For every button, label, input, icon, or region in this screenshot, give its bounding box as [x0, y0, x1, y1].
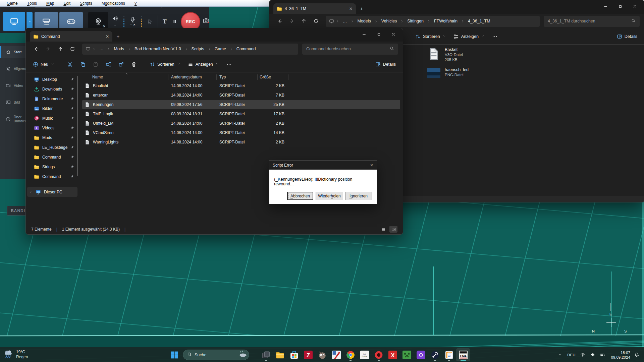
- menu-item-scripts[interactable]: Scripts: [75, 0, 97, 6]
- file-row-warninglights[interactable]: WarningLights14.08.2024 14:00SCRIPT-Date…: [82, 137, 400, 147]
- taskbar-app-ani-builder[interactable]: AniBuilder: [358, 348, 372, 361]
- start-button[interactable]: [169, 350, 179, 360]
- tab-close-icon[interactable]: ✕: [106, 34, 109, 39]
- chevron-right-icon[interactable]: [29, 190, 33, 194]
- breadcrumb-overflow[interactable]: …: [340, 18, 350, 24]
- more-options-button[interactable]: [223, 59, 235, 70]
- file-tile-haensch_led[interactable]: haensch_ledPNG-Datei: [427, 66, 512, 78]
- battery-icon[interactable]: [597, 352, 607, 358]
- breadcrumb-segment[interactable]: Game: [212, 46, 228, 52]
- large-icon-view-toggle[interactable]: [389, 226, 397, 233]
- new-tab-button[interactable]: +: [112, 31, 124, 42]
- list-view-toggle[interactable]: [379, 226, 387, 233]
- sort-button[interactable]: Sortieren: [147, 59, 183, 70]
- maximize-button[interactable]: [613, 0, 628, 12]
- file-row-entercar[interactable]: entercar14.08.2024 14:00SCRIPT-Datei7 KB: [82, 90, 400, 100]
- screenshot-button[interactable]: [203, 17, 209, 24]
- search-input[interactable]: 4_36_1_TM durchsuchen: [544, 16, 640, 27]
- breadcrumb-segment[interactable]: 4_36_1_TM: [466, 18, 493, 24]
- taskbar-app-bandicam-recorder[interactable]: [372, 348, 386, 361]
- refresh-button[interactable]: [67, 44, 78, 54]
- breadcrumb-overflow[interactable]: …: [97, 46, 106, 52]
- sidebar-item-dokumente[interactable]: Dokumente: [27, 94, 77, 104]
- rename-button[interactable]: [103, 59, 114, 70]
- menu-item-map[interactable]: Map: [42, 0, 59, 6]
- details-pane-button[interactable]: Details: [372, 59, 399, 70]
- sidebar-item-strings[interactable]: Strings: [27, 162, 77, 172]
- sort-button[interactable]: Sortieren: [412, 31, 449, 42]
- notification-bell-icon[interactable]: [632, 352, 644, 357]
- dialog-button-wiederholen[interactable]: Wiederholen: [316, 192, 343, 200]
- breadcrumb-segment[interactable]: Bad Herrenalb Neu V.1.0: [132, 46, 183, 52]
- taskbar-app-chrome[interactable]: [343, 348, 358, 361]
- taskbar-app-steam[interactable]: [428, 348, 442, 361]
- tab-command[interactable]: Command ✕: [30, 31, 112, 42]
- file-row-kennungen[interactable]: Kennungen09.09.2024 17:56SCRIPT-Datei25 …: [82, 100, 400, 109]
- more-options-button[interactable]: [489, 31, 500, 42]
- up-button[interactable]: [55, 44, 66, 54]
- taskbar-search[interactable]: Suche: [183, 350, 249, 360]
- tab-close-icon[interactable]: ✕: [349, 6, 353, 11]
- sidebar-item-videos[interactable]: Videos: [27, 123, 77, 133]
- up-button[interactable]: [298, 16, 310, 26]
- breadcrumb-segment[interactable]: Scripts: [189, 46, 207, 52]
- column-header-date[interactable]: Änderungsdatum: [168, 74, 217, 80]
- breadcrumb[interactable]: …ModsBad Herrenalb Neu V.1.0ScriptsGameC…: [82, 44, 298, 55]
- sidebar-item-mods[interactable]: Mods: [27, 133, 77, 142]
- taskbar-app-photo-editor[interactable]: [329, 348, 343, 361]
- minimize-button[interactable]: [598, 0, 613, 12]
- close-button[interactable]: [628, 0, 642, 12]
- breadcrumb[interactable]: …ModelsVehiclesSittingenFFWolfshain4_36_…: [326, 16, 540, 27]
- file-tile-basket[interactable]: BasketV3O-Datei205 KB: [427, 47, 512, 62]
- dialog-close-icon[interactable]: ✕: [370, 163, 373, 168]
- breadcrumb-segment[interactable]: Sittingen: [405, 18, 426, 24]
- file-row-vcmdsiren[interactable]: VCmdSiren14.08.2024 14:00SCRIPT-Datei14 …: [82, 128, 400, 137]
- file-row-umfeld_lm[interactable]: Umfeld_LM14.08.2024 14:00SCRIPT-Datei2 K…: [82, 119, 400, 128]
- sidebar-item-command[interactable]: Command: [27, 172, 77, 181]
- close-button[interactable]: [386, 28, 401, 40]
- minimize-button[interactable]: [357, 28, 371, 40]
- sidebar-item-desktop[interactable]: Desktop: [27, 74, 77, 84]
- menu-item-?[interactable]: ?: [130, 0, 142, 6]
- forward-button[interactable]: [43, 44, 54, 54]
- dialog-button-ignorieren[interactable]: Ignorieren: [345, 192, 372, 200]
- new-tab-button[interactable]: +: [356, 3, 367, 14]
- sidebar-item-musik[interactable]: Musik: [27, 113, 77, 123]
- file-row-tmf_logik[interactable]: TMF_Logik08.09.2024 18:31SCRIPT-Datei17 …: [82, 109, 400, 119]
- speaker-button[interactable]: [112, 15, 118, 28]
- menu-item-edit[interactable]: Edit: [59, 0, 75, 6]
- microphone-button[interactable]: ✕: [129, 16, 136, 26]
- taskbar-app-minecraft[interactable]: [400, 348, 414, 361]
- column-header-size[interactable]: Größe: [258, 74, 288, 80]
- volume-icon[interactable]: [588, 352, 597, 357]
- sidebar-item-bilder[interactable]: Bilder: [27, 104, 77, 113]
- refresh-button[interactable]: [310, 16, 322, 26]
- language-indicator[interactable]: DEU: [565, 353, 578, 357]
- menu-item-tools[interactable]: Tools: [22, 0, 42, 6]
- taskbar-app-red-x-app[interactable]: X: [386, 348, 400, 361]
- taskbar-app-zoner[interactable]: Z: [301, 348, 315, 361]
- delete-button[interactable]: [128, 59, 140, 70]
- clock[interactable]: 18:07 09.09.2024: [607, 350, 632, 360]
- breadcrumb-segment[interactable]: Mods: [112, 46, 127, 52]
- sidebar-item-downloads[interactable]: Downloads: [27, 84, 77, 94]
- taskbar-app-em4-editor[interactable]: EM4: [456, 348, 470, 361]
- maximize-button[interactable]: [371, 28, 386, 40]
- wifi-icon[interactable]: [578, 352, 588, 357]
- dialog-button-abbrechen[interactable]: Abbrechen: [287, 192, 313, 200]
- text-overlay-button[interactable]: T: [163, 18, 167, 25]
- paste-button[interactable]: [90, 59, 101, 70]
- mouse-effect-button[interactable]: [147, 18, 153, 24]
- taskbar-app-window-stack[interactable]: [259, 348, 273, 361]
- breadcrumb-segment[interactable]: FFWolfshain: [432, 18, 460, 24]
- mode-screen-button[interactable]: [3, 12, 25, 31]
- menu-item-game[interactable]: Game: [2, 0, 22, 6]
- new-button[interactable]: Neu: [30, 59, 57, 70]
- menu-item-modifications[interactable]: Modifications: [97, 0, 130, 6]
- tray-chevron-up-icon[interactable]: [555, 353, 565, 357]
- copy-button[interactable]: [77, 59, 89, 70]
- sidebar-item-dieser-pc[interactable]: Dieser PC: [27, 187, 77, 197]
- weather-widget[interactable]: 19°C Regen: [3, 349, 28, 360]
- column-header-type[interactable]: Typ: [217, 74, 258, 80]
- view-button[interactable]: Anzeigen: [450, 31, 488, 42]
